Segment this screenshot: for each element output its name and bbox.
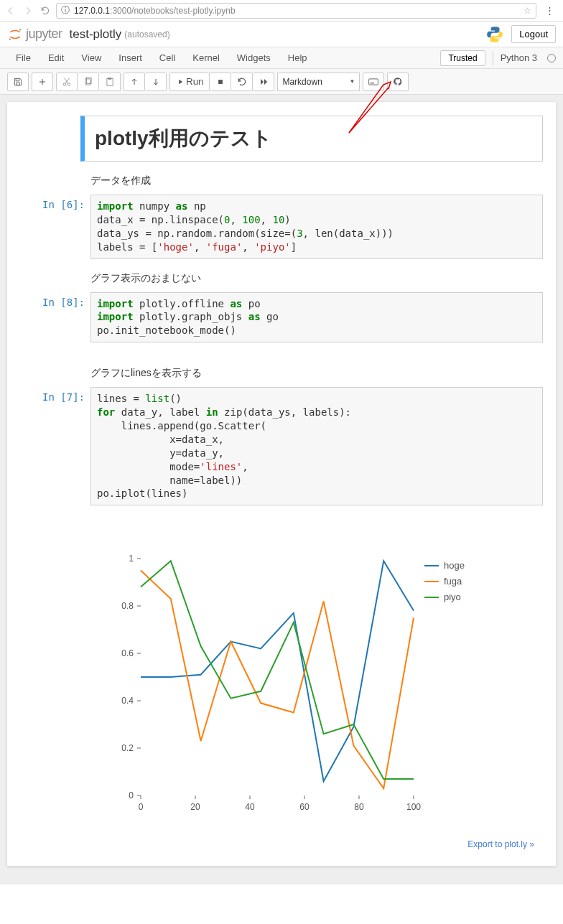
jupyter-logo[interactable]: jupyter xyxy=(7,27,62,42)
restart-button[interactable] xyxy=(231,73,253,91)
github-button[interactable] xyxy=(387,73,409,91)
svg-text:60: 60 xyxy=(299,802,310,812)
svg-rect-6 xyxy=(106,78,112,85)
add-cell-button[interactable] xyxy=(32,73,53,91)
cell-type-select[interactable]: Markdown xyxy=(277,73,360,91)
svg-point-3 xyxy=(68,83,70,85)
run-button[interactable]: Run xyxy=(169,73,210,91)
url-host: 127.0.0.1 xyxy=(74,6,110,16)
cut-button[interactable] xyxy=(56,73,78,91)
notebook-name[interactable]: test-plotly xyxy=(70,27,122,42)
svg-text:0.2: 0.2 xyxy=(121,743,134,753)
menu-view[interactable]: View xyxy=(73,52,110,63)
star-icon[interactable]: ☆ xyxy=(524,6,531,16)
svg-text:0.4: 0.4 xyxy=(121,696,134,706)
code-input[interactable]: import numpy as np data_x = np.linspace(… xyxy=(90,195,543,259)
jupyter-header: jupyter test-plotly (autosaved) Logout xyxy=(0,22,563,47)
input-prompt: In [8]: xyxy=(14,292,90,343)
menu-dots-icon[interactable]: ⋮ xyxy=(541,5,559,16)
code-cell[interactable]: In [6]: import numpy as np data_x = np.l… xyxy=(14,195,549,259)
markdown-heading-cell[interactable]: plotly利用のテスト xyxy=(14,116,549,162)
line-chart: 00.20.40.60.81020406080100hogefugapiyo xyxy=(90,551,493,824)
svg-text:100: 100 xyxy=(406,802,421,812)
trusted-button[interactable]: Trusted xyxy=(440,50,485,66)
code-cell[interactable]: In [7]: lines = list() for data_y, label… xyxy=(14,387,549,505)
svg-text:1: 1 xyxy=(129,554,134,564)
input-prompt: In [7]: xyxy=(14,387,90,505)
svg-rect-9 xyxy=(369,78,378,84)
code-input[interactable]: import plotly.offline as po import plotl… xyxy=(90,292,543,343)
move-up-button[interactable] xyxy=(124,73,145,91)
reload-icon[interactable] xyxy=(39,4,52,17)
menu-file[interactable]: File xyxy=(7,52,39,63)
svg-text:40: 40 xyxy=(245,802,255,812)
svg-rect-5 xyxy=(86,78,90,83)
cell-type-value: Markdown xyxy=(282,77,322,87)
notebook: plotly利用のテスト データを作成 In [6]: import numpy… xyxy=(7,102,556,866)
input-prompt: In [6]: xyxy=(14,195,90,259)
back-icon[interactable] xyxy=(4,4,17,17)
kernel-name[interactable]: Python 3 xyxy=(501,52,537,63)
export-plotly-link[interactable]: Export to plot.ly » xyxy=(90,826,549,855)
browser-navigation-bar: ⓘ 127.0.0.1:3000/notebooks/test-plotly.i… xyxy=(0,0,563,22)
copy-button[interactable] xyxy=(78,73,99,91)
markdown-cell[interactable]: グラフ表示のおまじない xyxy=(90,262,549,289)
menu-edit[interactable]: Edit xyxy=(39,52,73,63)
run-all-button[interactable] xyxy=(253,73,274,91)
interrupt-button[interactable] xyxy=(210,73,231,91)
markdown-cell[interactable]: データを作成 xyxy=(90,164,549,192)
code-input[interactable]: lines = list() for data_y, label in zip(… xyxy=(90,387,543,505)
svg-text:0.6: 0.6 xyxy=(121,648,134,658)
menubar: File Edit View Insert Cell Kernel Widget… xyxy=(0,47,563,69)
url-bar[interactable]: ⓘ 127.0.0.1:3000/notebooks/test-plotly.i… xyxy=(56,3,536,19)
svg-text:20: 20 xyxy=(190,802,200,812)
code-cell[interactable]: In [8]: import plotly.offline as po impo… xyxy=(14,292,549,343)
save-button[interactable] xyxy=(7,73,29,91)
separator xyxy=(493,51,493,65)
command-palette-button[interactable] xyxy=(363,73,384,91)
svg-text:0: 0 xyxy=(129,790,134,801)
move-down-button[interactable] xyxy=(145,73,167,91)
svg-text:80: 80 xyxy=(354,802,364,812)
kernel-status-icon xyxy=(547,54,556,62)
jupyter-logo-text: jupyter xyxy=(26,27,62,42)
url-port: :3000 xyxy=(110,6,131,16)
plotly-chart-output[interactable]: 00.20.40.60.81020406080100hogefugapiyo xyxy=(90,508,543,826)
toolbar: Run Markdown xyxy=(0,69,563,95)
notebook-background: plotly利用のテスト データを作成 In [6]: import numpy… xyxy=(0,95,563,885)
menu-cell[interactable]: Cell xyxy=(151,52,184,63)
svg-text:0: 0 xyxy=(139,802,144,812)
paste-button[interactable] xyxy=(99,73,121,91)
svg-text:fuga: fuga xyxy=(444,576,462,587)
menu-insert[interactable]: Insert xyxy=(110,52,151,63)
svg-rect-8 xyxy=(218,80,223,84)
svg-text:hoge: hoge xyxy=(444,560,465,571)
notebook-title: plotly利用のテスト xyxy=(80,116,543,162)
svg-point-1 xyxy=(9,38,11,39)
svg-text:piyo: piyo xyxy=(444,592,461,602)
run-label: Run xyxy=(186,76,203,87)
markdown-cell[interactable]: グラフにlinesを表示する xyxy=(90,345,549,384)
jupyter-logo-icon xyxy=(7,27,23,42)
python-logo-icon xyxy=(485,25,504,44)
forward-icon[interactable] xyxy=(22,4,34,17)
svg-rect-4 xyxy=(85,78,89,84)
svg-point-2 xyxy=(63,83,66,85)
menu-help[interactable]: Help xyxy=(279,52,316,63)
info-icon: ⓘ xyxy=(61,4,70,17)
svg-text:0.8: 0.8 xyxy=(121,601,134,611)
menu-widgets[interactable]: Widgets xyxy=(228,52,279,63)
menu-kernel[interactable]: Kernel xyxy=(184,52,228,63)
logout-button[interactable]: Logout xyxy=(511,25,556,43)
url-path: /notebooks/test-plotly.ipynb xyxy=(131,6,236,16)
svg-point-0 xyxy=(19,29,21,30)
autosave-status: (autosaved) xyxy=(124,29,169,39)
svg-rect-10 xyxy=(371,83,375,83)
